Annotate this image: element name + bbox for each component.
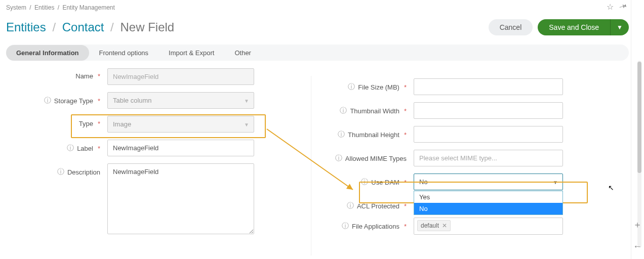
favorite-icon[interactable]: ☆ <box>607 2 614 12</box>
usedam-option-no[interactable]: No <box>414 203 562 214</box>
label-label: Label <box>77 145 93 152</box>
usedam-label: Use DAM <box>371 179 399 186</box>
thumbh-label: Thumbnail Height <box>348 131 399 139</box>
page-title: Entities / Contact / New Field <box>6 20 174 34</box>
info-icon: ⓘ <box>348 82 355 92</box>
breadcrumb-entities[interactable]: Entities <box>34 4 54 11</box>
description-label: Description <box>67 168 100 176</box>
remove-tag-icon[interactable]: ✕ <box>442 222 447 229</box>
type-label: Type <box>79 120 93 127</box>
save-dropdown-button[interactable]: ▼ <box>610 19 629 35</box>
usedam-dropdown: Yes No <box>414 191 563 215</box>
info-icon: ⓘ <box>335 154 342 163</box>
info-icon: ⓘ <box>67 144 74 153</box>
storage-type-label: Storage Type <box>54 97 93 105</box>
name-label: Name <box>75 72 93 80</box>
tab-other[interactable]: Other <box>224 45 261 61</box>
label-input[interactable] <box>107 140 254 156</box>
thumbw-label: Thumbnail Width <box>350 107 399 115</box>
title-link-entities[interactable]: Entities <box>6 20 46 34</box>
storage-type-select: Table column <box>107 92 254 109</box>
breadcrumb-system[interactable]: System <box>6 4 26 11</box>
info-icon: ⓘ <box>338 130 345 139</box>
info-icon: ⓘ <box>340 106 347 115</box>
info-icon: ⓘ <box>347 201 354 210</box>
usedam-option-yes[interactable]: Yes <box>414 191 562 203</box>
info-icon: ⓘ <box>57 167 64 177</box>
save-and-close-button[interactable]: Save and Close <box>538 19 610 35</box>
tab-bar: General Information Frontend options Imp… <box>6 45 629 61</box>
pin-icon[interactable]: 📌︎ <box>617 1 628 13</box>
title-link-contact[interactable]: Contact <box>62 20 104 34</box>
fileapp-label: File Applications <box>352 223 399 230</box>
tab-frontend[interactable]: Frontend options <box>89 45 159 61</box>
cancel-button[interactable]: Cancel <box>489 19 533 35</box>
description-textarea[interactable] <box>107 163 254 234</box>
breadcrumb-entity-management[interactable]: Entity Management <box>62 4 114 11</box>
info-icon: ⓘ <box>44 96 51 105</box>
add-button-icon[interactable]: ＋ <box>633 219 642 231</box>
tab-general[interactable]: General Information <box>6 45 89 61</box>
type-select: Image <box>107 116 254 133</box>
acl-label: ACL Protected <box>357 202 399 210</box>
mime-label: Allowed MIME Types <box>345 155 407 162</box>
thumbw-input[interactable] <box>414 102 563 119</box>
scrollbar-thumb[interactable] <box>637 62 641 173</box>
back-arrow-icon[interactable]: ← <box>633 241 642 252</box>
name-input <box>107 68 254 85</box>
filesize-input[interactable] <box>414 78 563 95</box>
column-divider <box>311 76 311 255</box>
filesize-label: File Size (MB) <box>358 83 399 91</box>
usedam-select[interactable]: No <box>414 174 563 190</box>
breadcrumb: System / Entities / Entity Management <box>6 4 115 11</box>
thumbh-input[interactable] <box>414 126 563 143</box>
tab-import[interactable]: Import & Export <box>158 45 224 61</box>
title-current: New Field <box>120 20 174 34</box>
fileapp-tagbox[interactable]: default ✕ <box>414 218 563 235</box>
fileapp-tag-default: default ✕ <box>417 220 451 231</box>
info-icon: ⓘ <box>342 222 349 231</box>
info-icon: ⓘ <box>361 178 368 187</box>
mime-select[interactable]: Please select MIME type... <box>414 150 563 166</box>
